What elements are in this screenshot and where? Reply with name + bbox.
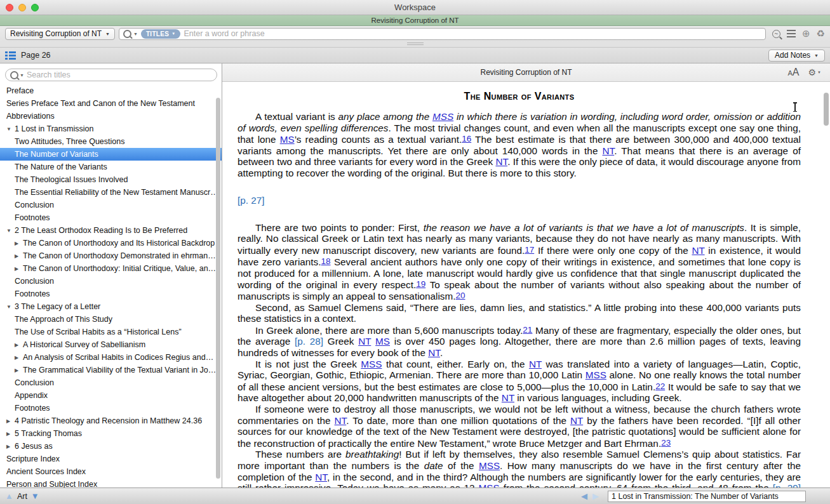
toc-item[interactable]: Footnotes [0,288,222,300]
abbreviation-link[interactable]: MSS [586,369,606,380]
toc-item[interactable]: Conclusion [0,376,222,389]
toc-item[interactable]: ▼2 The Least Orthodox Reading Is to Be P… [0,224,222,237]
search-options-icon[interactable]: ~ [772,30,780,38]
toc-item[interactable]: ▼1 Lost in Transmission [0,123,222,135]
toc-item[interactable]: ▶4 Patristic Theology and Recension in M… [0,414,222,427]
disclosure-triangle-icon[interactable]: ▼ [6,304,15,310]
disclosure-triangle-icon[interactable]: ▼ [6,126,15,132]
toc-item[interactable]: The Essential Reliability of the New Tes… [0,186,222,199]
toc-item[interactable]: Footnotes [0,211,222,224]
toc-item[interactable]: ▶The Grammatical Viability of the Textua… [0,364,222,376]
toc-item[interactable]: The Approach of This Study [0,313,222,326]
abbreviation-link[interactable]: NT [358,336,371,347]
recycle-icon[interactable]: ♻ [817,29,825,39]
sidebar-search-input[interactable]: ▼ Search titles [5,69,217,81]
tab-title[interactable]: Revisiting Corruption of NT [371,17,459,24]
text-size-icon[interactable]: AA [787,67,799,78]
footnote-link[interactable]: 17 [525,245,534,255]
abbreviation-link[interactable]: MSS [432,111,453,122]
paragraph: These numbers are breathtaking! But if l… [238,449,801,487]
abbreviation-link[interactable]: MSS [479,460,500,471]
back-button[interactable]: ◀ [581,491,587,501]
abbreviation-link[interactable]: NT [495,156,507,167]
toc-item[interactable]: ▶6 Jesus as [0,440,222,453]
toc-item[interactable]: ▶5 Tracking Thomas [0,427,222,440]
table-of-contents-icon[interactable] [5,51,16,60]
footnote-link[interactable]: 23 [661,438,671,448]
splitter-grip-icon[interactable] [407,43,424,43]
abbreviation-link[interactable]: MS [280,134,295,145]
context-view-icon[interactable] [787,30,796,37]
tab-bar[interactable]: Revisiting Corruption of NT [0,15,830,26]
abbreviation-link[interactable]: MSS [361,359,382,369]
disclosure-triangle-icon[interactable]: ▶ [15,355,23,361]
toc-item-label: Appendix [15,391,48,400]
add-parallel-icon[interactable]: ⊕ [802,29,810,39]
toc-item[interactable]: Preface [0,84,222,97]
toc-item[interactable]: Conclusion [0,199,222,211]
toc-item[interactable]: Scripture Index [0,453,222,465]
reading-area[interactable]: The Number of Variants A textual variant… [222,82,830,487]
disclosure-triangle-icon[interactable]: ▶ [15,241,23,246]
toc-item[interactable]: ▶A Historical Survey of Sabellianism [0,338,222,351]
toc-item[interactable]: Abbreviations [0,110,222,123]
search-input[interactable]: ▼ TITLES ▼ Enter a word or phrase [119,28,766,40]
disclosure-triangle-icon[interactable]: ▶ [15,266,23,272]
disclosure-triangle-icon[interactable]: ▶ [6,431,15,437]
forward-button[interactable]: ▶ [592,491,599,501]
abbreviation-link[interactable]: MSS [479,482,500,487]
toc-item[interactable]: ▶The Canon of Unorthodoxy: Initial Criti… [0,262,222,275]
abbreviation-link[interactable]: NT [502,392,514,403]
footnote-link[interactable]: 18 [321,256,331,266]
abbreviation-link[interactable]: NT [692,245,704,256]
content-scrollbar[interactable] [824,93,829,126]
toc-item[interactable]: Conclusion [0,275,222,288]
toc-item[interactable]: Appendix [0,389,222,402]
footnote-link[interactable]: 22 [655,381,665,391]
pane-splitter[interactable] [0,41,830,48]
abbreviation-link[interactable]: NT [529,359,542,369]
abbreviation-link[interactable]: NT [603,145,615,156]
toc-item[interactable]: The Use of Scribal Habits as a “Historic… [0,326,222,338]
context-location-box[interactable]: 1 Lost in Transmission: The Number of Va… [608,491,806,502]
toc-item[interactable]: The Theological Issues Involved [0,173,222,186]
settings-menu[interactable]: ⚙ ▼ [808,67,821,77]
art-up-button[interactable]: ▲ [5,491,13,501]
toc-item[interactable]: ▶The Canon of Unorthodoxy and Its Histor… [0,237,222,249]
art-down-button[interactable]: ▼ [31,491,39,501]
toc-item[interactable]: ▼3 The Legacy of a Letter [0,300,222,313]
toc-item[interactable]: Series Preface Text and Canon of the New… [0,97,222,110]
search-scope-chevron-icon[interactable]: ▼ [133,32,138,36]
abbreviation-link[interactable]: NT [335,415,347,426]
abbreviation-link[interactable]: MS [375,336,390,347]
toc-item[interactable]: Ancient Sources Index [0,465,222,478]
toc-item[interactable]: ▶The Canon of Unorthodoxy Demonstrated i… [0,249,222,262]
abbreviation-link[interactable]: NT [570,415,583,426]
sidebar-scrollbar[interactable] [216,98,220,479]
footnote-link[interactable]: 16 [462,134,471,143]
titlebar: Workspace [0,0,830,15]
disclosure-triangle-icon[interactable]: ▶ [6,418,15,424]
paragraph: In Greek alone, there are more than 5,60… [238,324,801,359]
disclosure-triangle-icon[interactable]: ▶ [15,342,23,348]
footnote-link[interactable]: 20 [456,291,465,300]
toc-item[interactable]: Two Attitudes, Three Questions [0,135,222,148]
toc-item-label: Abbreviations [6,112,55,121]
disclosure-triangle-icon[interactable]: ▶ [15,253,23,259]
abbreviation-link[interactable]: NT [315,472,327,482]
search-scope-pill[interactable]: TITLES ▼ [141,29,181,39]
toc-item[interactable]: Person and Subject Index [0,478,222,487]
footnote-link[interactable]: 19 [416,279,425,289]
abbreviation-link[interactable]: NT [428,347,440,358]
disclosure-triangle-icon[interactable]: ▶ [15,368,23,373]
footnote-link[interactable]: 21 [523,325,532,335]
toc-item[interactable]: ▶An Analysis of Scribal Habits in Codice… [0,351,222,364]
toc-item[interactable]: The Number of Variants [0,148,222,161]
add-notes-button[interactable]: Add Notes ▼ [768,50,825,62]
toc-item[interactable]: The Nature of the Variants [0,161,222,173]
toc-item[interactable]: Footnotes [0,402,222,414]
disclosure-triangle-icon[interactable]: ▼ [6,228,15,234]
book-selector-dropdown[interactable]: Revisiting Corruption of NT ▼ [5,28,115,40]
text-segment: If there were only one copy of the [534,245,692,256]
disclosure-triangle-icon[interactable]: ▶ [6,444,15,449]
